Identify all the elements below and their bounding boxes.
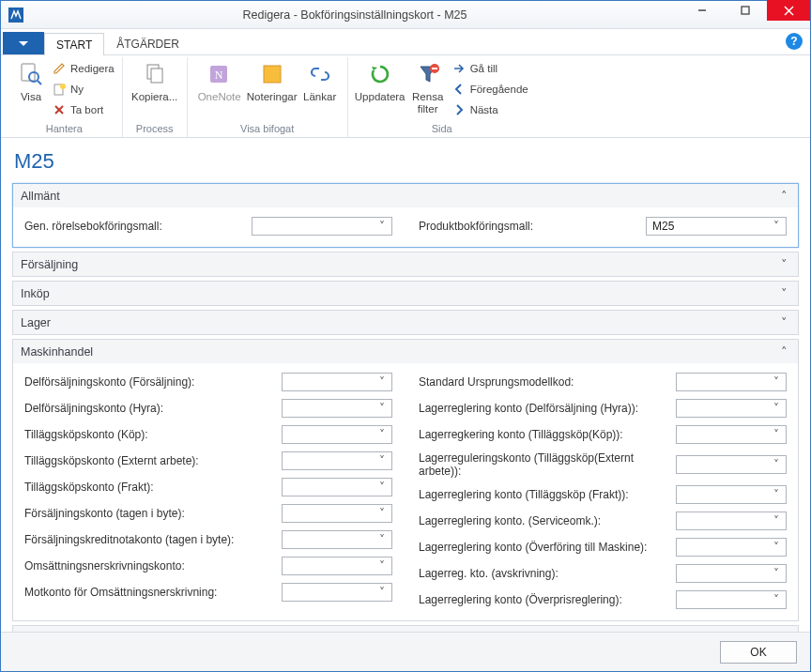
chevron-down-icon: ˅ xyxy=(770,541,783,554)
close-button[interactable] xyxy=(767,0,810,21)
chevron-down-icon: ˅ xyxy=(375,428,389,441)
minimize-button[interactable] xyxy=(681,0,724,21)
chevron-up-icon: ˄ xyxy=(777,344,790,359)
uppdatera-button[interactable]: Uppdatera xyxy=(354,57,406,103)
lagerreg-overforing-combo[interactable]: ˅ xyxy=(676,538,787,557)
foregaende-button[interactable]: Föregående xyxy=(450,80,530,99)
field-lagerreg-tillagg-frakt: Lagerreglering konto (Tilläggsköp (Frakt… xyxy=(419,485,787,504)
standard-ursprung-combo[interactable]: ˅ xyxy=(676,373,787,391)
app-window: Redigera - Bokföringsinställningskort - … xyxy=(0,0,811,672)
copy-icon xyxy=(140,59,170,89)
chevron-up-icon: ˄ xyxy=(777,189,790,203)
ta-bort-button[interactable]: Ta bort xyxy=(50,100,116,119)
maximize-button[interactable] xyxy=(724,0,767,21)
nasta-button[interactable]: Nästa xyxy=(450,100,530,119)
ny-button[interactable]: Ny xyxy=(50,80,116,99)
window-controls xyxy=(681,1,810,28)
section-header-inkop[interactable]: Inköp ˅ xyxy=(13,282,798,305)
onenote-button[interactable]: N OneNote xyxy=(193,57,246,103)
delforsaljning-forsaljning-combo[interactable]: ˅ xyxy=(282,373,392,391)
chevron-down-icon: ˅ xyxy=(375,533,389,546)
pencil-icon xyxy=(52,61,67,76)
section-maskinhandel: Maskinhandel ˄ Delförsäljningskonto (För… xyxy=(12,339,799,621)
kopiera-button[interactable]: Kopiera... xyxy=(129,57,181,103)
link-icon xyxy=(305,59,335,89)
refresh-icon xyxy=(365,59,395,89)
delete-icon xyxy=(52,102,67,117)
chevron-down-icon: ˅ xyxy=(770,488,783,501)
section-lager: Lager ˅ xyxy=(12,310,799,335)
lagerreg-avskrivning-combo[interactable]: ˅ xyxy=(676,564,787,583)
tab-actions[interactable]: ÅTGÄRDER xyxy=(104,32,191,54)
chevron-down-icon: ˅ xyxy=(375,481,389,494)
chevron-down-icon: ˅ xyxy=(770,428,783,441)
field-delforsaljning-hyra: Delförsäljningskonto (Hyra):˅ xyxy=(24,399,392,418)
chevron-down-icon xyxy=(19,41,28,47)
section-header-allmant[interactable]: Allmänt ˄ xyxy=(13,184,798,207)
note-icon xyxy=(257,59,287,89)
visa-button[interactable]: Visa xyxy=(12,57,50,103)
chevron-down-icon: ˅ xyxy=(770,402,783,415)
tillaggskop-frakt-combo[interactable]: ˅ xyxy=(282,478,392,496)
section-allmant: Allmänt ˄ Gen. rörelsebokföringsmall: ˅ xyxy=(12,183,799,248)
chevron-down-icon: ˅ xyxy=(375,559,389,573)
ribbon-group-sida: Uppdatera Rensa filter Gå till Föregåend… xyxy=(348,57,536,137)
magnifier-icon xyxy=(16,59,46,89)
chevron-down-icon: ˅ xyxy=(770,375,783,389)
ok-button[interactable]: OK xyxy=(720,641,797,664)
chevron-down-icon: ˅ xyxy=(777,315,790,329)
chevron-down-icon: ˅ xyxy=(770,458,783,471)
help-icon[interactable]: ? xyxy=(786,33,803,50)
section-header-lager[interactable]: Lager ˅ xyxy=(13,311,798,334)
lagerreg-serviceomk-combo[interactable]: ˅ xyxy=(676,512,787,530)
redigera-button[interactable]: Redigera xyxy=(50,59,116,78)
field-produkt: Produktbokföringsmall: M25 ˅ xyxy=(419,217,787,236)
lagerreg-tillagg-externt-combo[interactable]: ˅ xyxy=(676,455,787,474)
page-title: M25 xyxy=(14,149,799,174)
chevron-down-icon: ˅ xyxy=(375,586,389,599)
new-icon xyxy=(52,82,67,97)
rensa-filter-button[interactable]: Rensa filter xyxy=(406,57,450,115)
content-area: M25 Allmänt ˄ Gen. rörelsebokföringsmall… xyxy=(1,138,810,632)
svg-rect-13 xyxy=(151,69,162,83)
produkt-combo[interactable]: M25 ˅ xyxy=(646,217,787,236)
svg-text:N: N xyxy=(214,69,222,82)
gen-rorelse-combo[interactable]: ˅ xyxy=(252,217,392,236)
section-header-maskinhandel[interactable]: Maskinhandel ˄ xyxy=(13,340,798,363)
file-tab[interactable] xyxy=(3,32,44,54)
lagerreg-overpris-combo[interactable]: ˅ xyxy=(676,590,787,609)
omsattningsnerskrivning-combo[interactable]: ˅ xyxy=(282,557,392,575)
titlebar: Redigera - Bokföringsinställningskort - … xyxy=(1,1,810,29)
field-tillaggskop-externt: Tilläggsköpskonto (Externt arbete):˅ xyxy=(24,451,392,470)
field-delforsaljning-forsaljning: Delförsäljningskonto (Försäljning):˅ xyxy=(24,373,392,391)
lagerreg-tillagg-frakt-combo[interactable]: ˅ xyxy=(676,485,787,504)
motkonto-omsattning-combo[interactable]: ˅ xyxy=(282,583,392,602)
field-gen-rorelse: Gen. rörelsebokföringsmall: ˅ xyxy=(24,217,392,236)
section-forsaljning: Försäljning ˅ xyxy=(12,252,799,277)
ribbon-group-visa-bifogat: N OneNote Noteringar Länkar Visa bifogat xyxy=(188,57,348,137)
section-header-forsaljning[interactable]: Försäljning ˅ xyxy=(13,252,798,276)
lagerreg-delf-hyra-combo[interactable]: ˅ xyxy=(676,399,787,418)
tillaggskop-kop-combo[interactable]: ˅ xyxy=(282,425,392,444)
field-lagerreg-serviceomk: Lagerreglering konto. (Serviceomk.):˅ xyxy=(419,512,787,530)
noteringar-button[interactable]: Noteringar xyxy=(246,57,298,103)
field-lagerreg-tillagg-externt: Lagerreguleringskonto (Tilläggsköp(Exter… xyxy=(419,451,787,478)
svg-line-7 xyxy=(38,81,41,84)
delforsaljning-hyra-combo[interactable]: ˅ xyxy=(282,399,392,418)
tillaggskop-externt-combo[interactable]: ˅ xyxy=(282,451,392,470)
chevron-down-icon: ˅ xyxy=(770,593,783,606)
lankar-button[interactable]: Länkar xyxy=(298,57,342,103)
lagerreg-tillagg-kop-combo[interactable]: ˅ xyxy=(676,425,787,444)
chevron-down-icon: ˅ xyxy=(770,567,783,580)
forsaljning-byte-combo[interactable]: ˅ xyxy=(282,504,392,523)
tab-start[interactable]: START xyxy=(44,33,104,55)
field-lagerreg-delf-hyra: Lagerreglering konto (Delförsäljning (Hy… xyxy=(419,399,787,418)
field-tillaggskop-frakt: Tilläggsköpskonto (Frakt):˅ xyxy=(24,478,392,496)
ga-till-button[interactable]: Gå till xyxy=(450,59,530,78)
field-forsaljningskredit-byte: Försäljningskreditnotakonto (tagen i byt… xyxy=(24,530,392,549)
forsaljningskredit-byte-combo[interactable]: ˅ xyxy=(282,530,392,549)
field-lagerreg-tillagg-kop: Lagerregkering konto (Tilläggsköp(Köp)):… xyxy=(419,425,787,444)
field-lagerreg-overpris: Lagerreglering konto (Överprisreglering)… xyxy=(419,590,787,609)
field-standard-ursprung: Standard Ursprungsmodellkod:˅ xyxy=(419,373,787,391)
app-icon xyxy=(3,2,29,28)
